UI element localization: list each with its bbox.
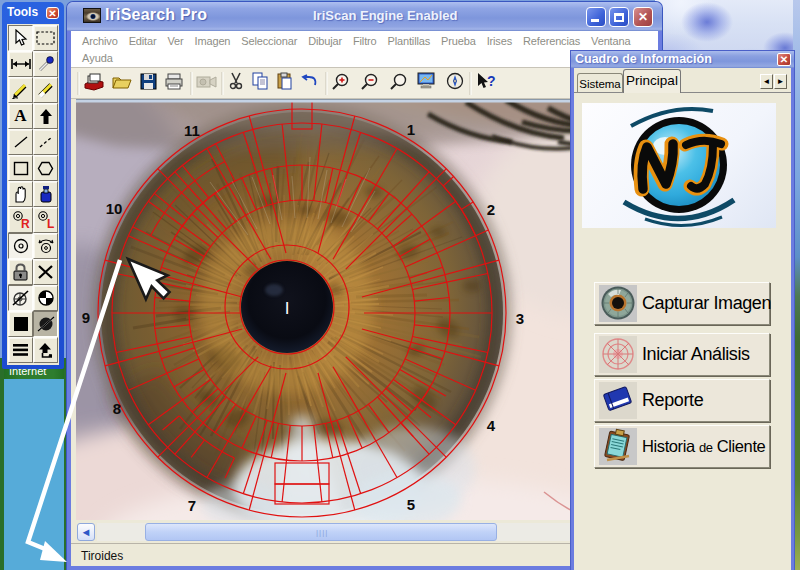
svg-text:1: 1 bbox=[407, 121, 415, 138]
svg-text:8: 8 bbox=[113, 400, 121, 417]
svg-text:2: 2 bbox=[487, 201, 495, 218]
svg-text:5: 5 bbox=[407, 496, 415, 513]
svg-text:7: 7 bbox=[188, 497, 196, 514]
svg-text:I: I bbox=[285, 299, 290, 318]
svg-text:11: 11 bbox=[184, 122, 200, 139]
svg-text:4: 4 bbox=[487, 417, 496, 434]
svg-text:10: 10 bbox=[106, 200, 123, 217]
svg-text:3: 3 bbox=[516, 310, 524, 327]
svg-text:R: R bbox=[21, 217, 30, 230]
svg-text:?: ? bbox=[487, 73, 496, 89]
svg-text:9: 9 bbox=[82, 309, 90, 326]
svg-text:L: L bbox=[47, 217, 54, 230]
